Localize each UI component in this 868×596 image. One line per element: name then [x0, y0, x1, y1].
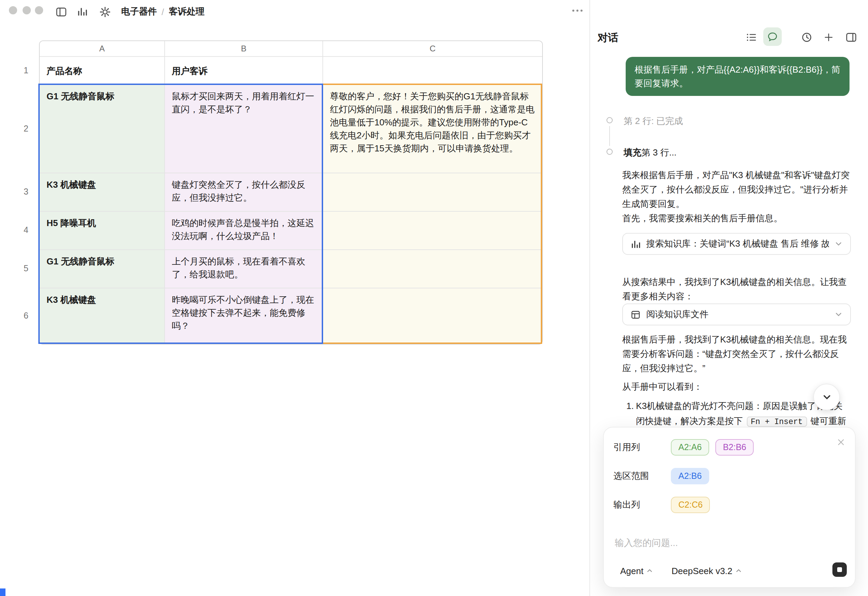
chat-panel-title: 对话 — [598, 31, 618, 44]
context-row-selection: 选区范围 A2:B6 — [613, 468, 715, 484]
column-header-a[interactable]: A — [40, 41, 165, 57]
agent-mode-dropdown[interactable]: Agent — [620, 564, 653, 578]
chevron-down-icon[interactable] — [834, 240, 843, 248]
agent-mode-label: Agent — [620, 565, 644, 576]
bars-icon — [77, 6, 88, 17]
column-header-c[interactable]: C — [323, 41, 542, 57]
history-clock-icon — [800, 31, 812, 43]
cell-b1[interactable]: 用户客诉 — [165, 57, 323, 85]
output-column-label: 输出列 — [613, 499, 671, 511]
history-button[interactable] — [800, 30, 813, 44]
traffic-light-zoom[interactable] — [35, 6, 43, 14]
scroll-to-bottom-button[interactable] — [813, 384, 840, 410]
progress-current-detail: 第 3 行... — [641, 147, 677, 158]
more-options-button[interactable] — [572, 10, 583, 12]
task-list-button[interactable] — [744, 30, 758, 44]
chat-bubble-icon — [768, 31, 778, 42]
keyboard-shortcut-chip: Fn + Insert — [747, 417, 807, 427]
spreadsheet-grid: A B C 产品名称 用户客诉 G1 无线静音鼠标 鼠标才买回来两天，用着用着红… — [39, 40, 543, 345]
progress-current-verb: 填充 — [624, 147, 641, 158]
assistant-paragraph-1: 我来根据售后手册，对产品"K3 机械键盘"和客诉"键盘灯突然全灭了，按什么都没反… — [622, 168, 851, 211]
stop-icon — [837, 567, 842, 572]
traffic-light-minimize[interactable] — [22, 6, 31, 14]
reference-range-chip-b[interactable]: B2:B6 — [715, 439, 754, 456]
cell-b6[interactable]: 昨晚喝可乐不小心倒键盘上了，现在空格键按下去弹不起来，能免费修吗？ — [165, 288, 323, 344]
cell-b3[interactable]: 键盘灯突然全灭了，按什么都没反应，但我没摔过它。 — [165, 173, 323, 211]
gear-icon — [99, 6, 111, 18]
new-chat-button[interactable] — [821, 30, 835, 44]
app-window: 电子器件 / 客诉处理 1 2 3 4 5 6 A B C 产品名称 用户客诉 … — [0, 0, 868, 596]
chevron-down-icon — [821, 392, 832, 402]
cell-c5[interactable] — [323, 250, 542, 288]
chevron-up-icon — [646, 567, 653, 574]
assistant-paragraph-2: 首先，我需要搜索相关的售后手册信息。 — [622, 211, 851, 225]
row-number-3[interactable]: 3 — [14, 173, 38, 211]
tool-call-label: 搜索知识库：关键词“K3 机械键盘 售后 维修 故... — [646, 238, 829, 250]
breadcrumb-separator: / — [162, 6, 164, 17]
assistant-paragraph-4: 根据售后手册，我找到了K3机械键盘的相关信息。现在我需要分析客诉问题：“键盘灯突… — [622, 332, 851, 376]
breadcrumb-folder[interactable]: 电子器件 — [121, 6, 157, 18]
tool-call-label: 阅读知识库文件 — [646, 308, 829, 321]
tool-call-read-knowledge-file[interactable]: 阅读知识库文件 — [622, 303, 851, 325]
tool-call-search-knowledge-base[interactable]: 搜索知识库：关键词“K3 机械键盘 售后 维修 故... — [622, 233, 851, 255]
reference-range-chip-a[interactable]: A2:A6 — [671, 439, 709, 456]
progress-bullet-current — [607, 149, 613, 155]
row-number-2[interactable]: 2 — [14, 84, 38, 173]
sidebar-toggle-button[interactable] — [54, 5, 68, 19]
cell-c6[interactable] — [323, 288, 542, 344]
stop-generation-button[interactable] — [833, 562, 847, 577]
model-dropdown[interactable]: DeepSeek v3.2 — [672, 564, 742, 578]
traffic-light-close[interactable] — [9, 6, 17, 14]
close-icon — [836, 438, 845, 446]
cell-a6[interactable]: K3 机械键盘 — [40, 288, 165, 344]
output-range-chip[interactable]: C2:C6 — [671, 497, 710, 513]
cell-a5[interactable]: G1 无线静音鼠标 — [40, 250, 165, 288]
cell-a3[interactable]: K3 机械键盘 — [40, 173, 165, 211]
cell-a4[interactable]: H5 降噪耳机 — [40, 211, 165, 250]
chevron-up-icon — [735, 567, 742, 574]
row-number-5[interactable]: 5 — [14, 249, 38, 288]
cell-a2[interactable]: G1 无线静音鼠标 — [40, 85, 165, 173]
row-number-6[interactable]: 6 — [14, 288, 38, 343]
progress-connector — [609, 126, 610, 146]
context-row-reference: 引用列 A2:A6 B2:B6 — [613, 439, 760, 456]
composer-card: 引用列 A2:A6 B2:B6 选区范围 A2:B6 输出列 C2:C6 Age… — [603, 427, 856, 588]
cell-a1[interactable]: 产品名称 — [40, 57, 165, 85]
breadcrumb-file[interactable]: 客诉处理 — [169, 6, 204, 18]
row-number-1[interactable]: 1 — [14, 56, 38, 84]
progress-bullet-done — [607, 117, 613, 123]
plus-icon — [823, 32, 833, 42]
cell-c3[interactable] — [323, 173, 542, 211]
row-number-4[interactable]: 4 — [14, 211, 38, 249]
chat-panel: 对话 根据售后手册，对产品{{A2:A6}}和客诉{{B2:B6}}，简要回复请… — [590, 0, 868, 596]
cell-c1[interactable] — [323, 57, 542, 85]
checklist-icon — [745, 31, 757, 43]
assistant-paragraph-3: 从搜索结果中，我找到了K3机械键盘的相关信息。让我查看更多相关内容： — [622, 275, 851, 303]
chat-input[interactable] — [613, 537, 842, 549]
reference-columns-label: 引用列 — [613, 441, 671, 454]
list-marker: 1. — [626, 399, 634, 414]
cell-b4[interactable]: 吃鸡的时候声音总是慢半拍，这延迟没法玩啊，什么垃圾产品！ — [165, 211, 323, 250]
selection-range-chip[interactable]: A2:B6 — [671, 468, 709, 484]
user-message-bubble: 根据售后手册，对产品{{A2:A6}}和客诉{{B2:B6}}，简要回复请求。 — [626, 57, 850, 96]
cell-c4[interactable] — [323, 211, 542, 250]
cell-b5[interactable]: 上个月买的鼠标，现在看着不喜欢了，给我退款吧。 — [165, 250, 323, 288]
chat-tab-button[interactable] — [763, 27, 782, 46]
close-context-button[interactable] — [834, 436, 847, 448]
cell-c2[interactable]: 尊敬的客户，您好！关于您购买的G1无线静音鼠标红灯闪烁的问题，根据我们的售后手册… — [323, 85, 542, 173]
progress-item-current: 填充第 3 行... — [624, 146, 677, 159]
list-text-post: 键可重新 — [808, 416, 846, 426]
model-label: DeepSeek v3.2 — [672, 565, 732, 576]
progress-item-done: 第 2 行: 已完成 — [624, 115, 683, 127]
cell-b2[interactable]: 鼠标才买回来两天，用着用着红灯一直闪，是不是坏了？ — [165, 85, 323, 173]
selection-range-label: 选区范围 — [613, 470, 671, 482]
expand-panel-button[interactable] — [844, 30, 858, 44]
chevron-down-icon[interactable] — [834, 310, 843, 318]
breadcrumb: 电子器件 / 客诉处理 — [121, 5, 204, 19]
column-header-b[interactable]: B — [165, 41, 323, 57]
knowledge-base-button[interactable] — [75, 5, 89, 19]
settings-button[interactable] — [98, 5, 112, 19]
document-table-icon — [630, 309, 641, 319]
knowledge-base-icon — [630, 239, 641, 249]
expand-panel-icon — [845, 31, 857, 43]
